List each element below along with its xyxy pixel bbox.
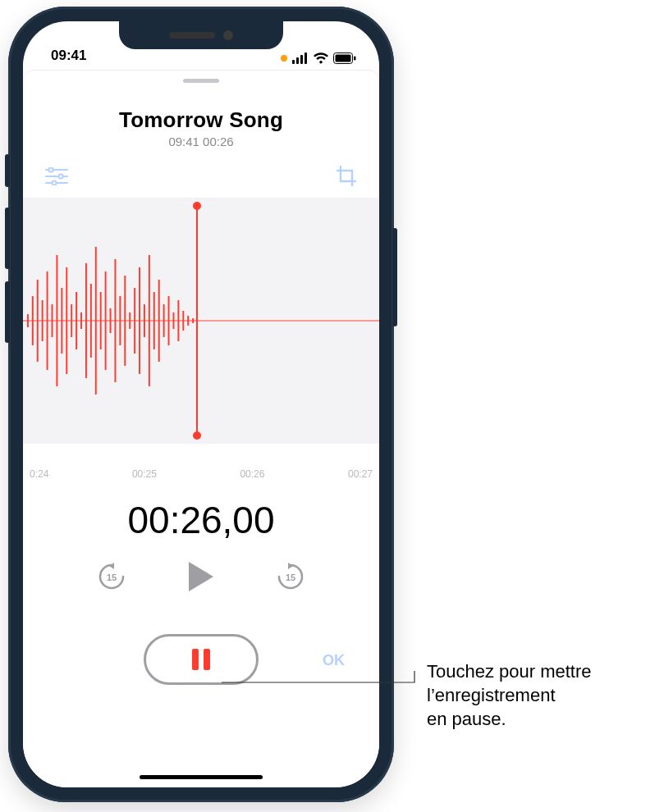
- play-button[interactable]: [185, 560, 217, 596]
- waveform: [23, 198, 379, 444]
- svg-rect-3: [300, 55, 303, 64]
- waveform-track[interactable]: 0:24 00:25 00:26 00:27: [23, 198, 379, 462]
- recording-indicator-dot: [281, 55, 287, 62]
- recording-subtitle: 09:41 00:26: [23, 135, 379, 148]
- iphone-frame: 09:41: [8, 7, 394, 802]
- volume-down-button: [5, 281, 10, 343]
- wifi-icon: [314, 52, 328, 64]
- pause-record-button[interactable]: [144, 634, 259, 685]
- svg-rect-1: [292, 60, 295, 64]
- svg-text:15: 15: [286, 573, 295, 582]
- recording-title[interactable]: Tomorrow Song: [23, 107, 379, 133]
- svg-rect-2: [296, 57, 299, 64]
- skip-forward-15-button[interactable]: 15: [274, 560, 307, 596]
- crop-icon[interactable]: [335, 165, 358, 191]
- recording-sheet: Tomorrow Song 09:41 00:26: [23, 71, 379, 787]
- callout-text: Touchez pour mettre l’enregistrement en …: [427, 659, 657, 731]
- cellular-icon: [292, 52, 309, 64]
- elapsed-time: 00:26,00: [23, 498, 379, 542]
- timecode-label: 00:26: [240, 468, 264, 480]
- svg-point-0: [281, 55, 287, 62]
- timecode-ruler: 0:24 00:25 00:26 00:27: [23, 468, 379, 480]
- svg-rect-6: [336, 55, 351, 62]
- sheet-grabber[interactable]: [183, 79, 219, 83]
- home-indicator[interactable]: [140, 775, 263, 779]
- skip-back-15-button[interactable]: 15: [95, 560, 128, 596]
- done-button[interactable]: OK: [323, 652, 345, 669]
- screen: 09:41: [23, 21, 379, 787]
- svg-text:15: 15: [107, 573, 117, 582]
- playback-settings-icon[interactable]: [44, 167, 69, 189]
- notch: [119, 21, 283, 49]
- pause-icon: [192, 649, 210, 670]
- status-time: 09:41: [51, 48, 86, 64]
- svg-rect-7: [354, 57, 356, 61]
- volume-up-button: [5, 208, 10, 269]
- svg-rect-4: [305, 52, 307, 64]
- svg-point-12: [58, 174, 62, 178]
- silent-switch: [5, 154, 10, 187]
- power-button: [392, 228, 397, 326]
- timecode-label: 00:25: [132, 468, 157, 480]
- battery-icon: [333, 52, 356, 64]
- svg-point-13: [52, 180, 56, 185]
- timecode-label: 0:24: [30, 468, 48, 480]
- timecode-label: 00:27: [348, 468, 373, 480]
- svg-point-11: [48, 167, 53, 171]
- playhead[interactable]: [196, 206, 198, 436]
